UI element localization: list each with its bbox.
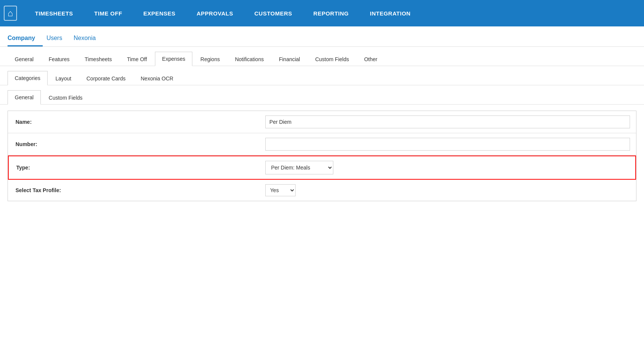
third-tab-custom-fields[interactable]: Custom Fields xyxy=(42,91,90,105)
main-tabs: Company Users Nexonia xyxy=(0,29,644,47)
section-tab-expenses[interactable]: Expenses xyxy=(155,52,192,66)
name-input[interactable] xyxy=(265,116,630,128)
third-tab-general[interactable]: General xyxy=(8,90,41,105)
sub-tab-categories[interactable]: Categories xyxy=(8,71,48,85)
section-tab-regions[interactable]: Regions xyxy=(193,52,227,66)
section-tab-timesheets[interactable]: Timesheets xyxy=(77,52,119,66)
number-label: Number: xyxy=(8,133,259,155)
home-icon[interactable]: ⌂ xyxy=(4,6,17,21)
nav-reporting[interactable]: REPORTING xyxy=(303,0,359,26)
section-tab-timeoff[interactable]: Time Off xyxy=(120,52,154,66)
form-row-number: Number: xyxy=(8,133,636,156)
tab-company[interactable]: Company xyxy=(8,29,43,46)
tax-profile-label: Select Tax Profile: xyxy=(8,180,259,201)
name-value-cell xyxy=(259,111,636,133)
tax-profile-select[interactable]: Yes No xyxy=(265,184,296,196)
nav-timesheets[interactable]: TIMESHEETS xyxy=(25,0,84,26)
name-label: Name: xyxy=(8,111,259,133)
nav-customers[interactable]: CUSTOMERS xyxy=(244,0,303,26)
number-value-cell xyxy=(259,133,636,155)
section-tab-customfields[interactable]: Custom Fields xyxy=(308,52,356,66)
nav-timeoff[interactable]: TIME OFF xyxy=(84,0,133,26)
section-tab-financial[interactable]: Financial xyxy=(272,52,307,66)
tax-profile-value-cell: Yes No xyxy=(259,180,636,201)
tab-nexonia[interactable]: Nexonia xyxy=(74,29,104,46)
tab-users[interactable]: Users xyxy=(46,29,70,46)
nav-integration[interactable]: INTEGRATION xyxy=(359,0,421,26)
section-tab-other[interactable]: Other xyxy=(357,52,384,66)
form-row-type: Type: Per Diem: Meals Per Diem: Lodging … xyxy=(8,156,636,180)
section-tabs: General Features Timesheets Time Off Exp… xyxy=(0,51,644,66)
top-navigation: ⌂ TIMESHEETS TIME OFF EXPENSES APPROVALS… xyxy=(0,0,644,26)
section-tab-general[interactable]: General xyxy=(8,52,41,66)
form-area: Name: Number: Type: Per Diem: Meals Per … xyxy=(8,111,636,201)
form-row-name: Name: xyxy=(8,111,636,133)
sub-tab-nexonia-ocr[interactable]: Nexonia OCR xyxy=(133,71,180,85)
nav-approvals[interactable]: APPROVALS xyxy=(186,0,244,26)
form-row-tax-profile: Select Tax Profile: Yes No xyxy=(8,180,636,201)
third-tabs: General Custom Fields xyxy=(0,90,644,105)
sub-tabs: Categories Layout Corporate Cards Nexoni… xyxy=(0,71,644,85)
section-tab-features[interactable]: Features xyxy=(42,52,77,66)
number-input[interactable] xyxy=(265,138,630,151)
nav-expenses[interactable]: EXPENSES xyxy=(133,0,186,26)
sub-tab-layout[interactable]: Layout xyxy=(48,71,79,85)
sub-tab-corporate-cards[interactable]: Corporate Cards xyxy=(79,71,133,85)
section-tab-notifications[interactable]: Notifications xyxy=(228,52,271,66)
type-value-cell: Per Diem: Meals Per Diem: Lodging Per Di… xyxy=(259,156,635,179)
type-label: Type: xyxy=(9,156,259,179)
type-select[interactable]: Per Diem: Meals Per Diem: Lodging Per Di… xyxy=(265,161,333,174)
